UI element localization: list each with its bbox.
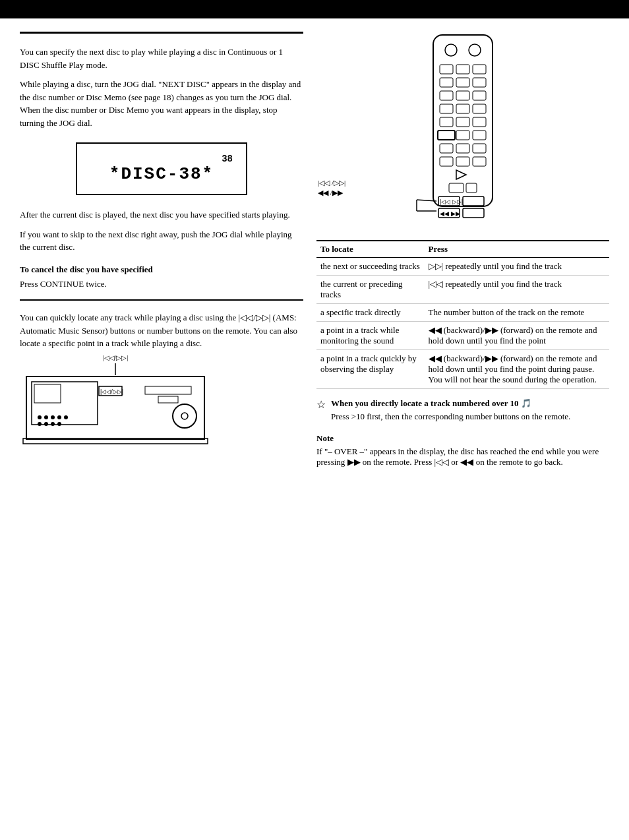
svg-rect-14 (158, 396, 178, 403)
table-row: the current or preceding tracks|◁◁ repea… (316, 276, 609, 304)
remote-ams-label: |◁◁ /▷▷| ◀◀ /▶▶ (318, 178, 345, 198)
svg-rect-54 (463, 208, 484, 218)
table-row: a point in a track quickly by observing … (316, 350, 609, 389)
device-illustration: |◁◁/▷▷| (20, 363, 303, 452)
right-column: |◁◁ ▷▷| ◀◀ ▶▶ |◁◁ /▷▷| ◀◀ /▶▶ To locate (316, 32, 609, 467)
section2: You can quickly locate any track while p… (20, 311, 303, 350)
display-number: 38 (222, 154, 246, 164)
svg-point-6 (51, 415, 55, 419)
tip-icon-remote: 🎵 (521, 398, 531, 408)
tip-icon: ☆ (316, 398, 326, 411)
remote-svg: |◁◁ ▷▷| ◀◀ ▶▶ (397, 32, 529, 229)
tip-box: ☆ When you directly locate a track numbe… (316, 397, 609, 423)
display-main-text: *DISC-38* (109, 164, 214, 184)
locate-table: To locate Press the next or succeeding t… (316, 240, 609, 389)
press-cell: The number button of the track on the re… (425, 304, 609, 322)
section1-para1: You can specify the next disc to play wh… (20, 45, 303, 71)
press-cell: ◀◀ (backward)/▶▶ (forward) on the remote… (425, 322, 609, 350)
svg-text:|◁◁  ▷▷|: |◁◁ ▷▷| (440, 198, 463, 205)
svg-point-9 (38, 422, 42, 426)
section1-para4: If you want to skip to the next disc rig… (20, 228, 303, 254)
section1-para2: While playing a disc, turn the JOG dial.… (20, 78, 303, 129)
tip-title: When you directly locate a track numbere… (331, 398, 519, 408)
section1-para3: After the current disc is played, the ne… (20, 208, 303, 222)
svg-rect-13 (145, 386, 191, 394)
svg-point-10 (44, 422, 48, 426)
locate-cell: a point in a track quickly by observing … (316, 350, 425, 389)
svg-text:|◁◁/▷▷|: |◁◁/▷▷| (100, 388, 123, 395)
locate-cell: the next or succeeding tracks (316, 258, 425, 276)
remote-illustration: |◁◁ ▷▷| ◀◀ ▶▶ |◁◁ /▷▷| ◀◀ /▶▶ (316, 32, 609, 229)
locate-cell: a point in a track while monitoring the … (316, 322, 425, 350)
press-cell: ◀◀ (backward)/▶▶ (forward) on the remote… (425, 350, 609, 389)
svg-point-5 (44, 415, 48, 419)
svg-point-8 (64, 415, 68, 419)
note-box: Note If "– OVER –" appears in the displa… (316, 433, 609, 467)
svg-point-16 (181, 413, 188, 419)
cancel-text: Press CONTINUE twice. (20, 278, 303, 291)
locate-cell: a specific track directly (316, 304, 425, 322)
cancel-section: To cancel the disc you have specified Pr… (20, 264, 303, 291)
svg-rect-20 (433, 35, 493, 206)
table-row: a specific track directlyThe number butt… (316, 304, 609, 322)
tip-body: Press >10 first, then the corresponding … (331, 411, 570, 421)
svg-point-15 (173, 404, 196, 428)
note-title: Note (316, 433, 609, 444)
svg-point-7 (57, 415, 61, 419)
left-column: You can specify the next disc to play wh… (20, 32, 303, 467)
top-bar (0, 0, 629, 18)
locate-cell: the current or preceding tracks (316, 276, 425, 304)
table-row: a point in a track while monitoring the … (316, 322, 609, 350)
disc-display: 38 *DISC-38* (76, 142, 247, 195)
svg-rect-3 (34, 384, 61, 403)
section1-header (20, 32, 303, 36)
table-header-col2: Press (425, 241, 609, 258)
svg-point-4 (38, 415, 42, 419)
cancel-label: To cancel the disc you have specified (20, 264, 303, 275)
section-divider (20, 299, 303, 301)
svg-point-12 (57, 422, 61, 426)
press-cell: ▷▷| repeatedly until you find the track (425, 258, 609, 276)
section2-para1: You can quickly locate any track while p… (20, 311, 303, 350)
table-header-col1: To locate (316, 241, 425, 258)
note-text: If "– OVER –" appears in the display, th… (316, 446, 609, 467)
table-row: the next or succeeding tracks▷▷| repeate… (316, 258, 609, 276)
svg-text:◀◀  ▶▶: ◀◀ ▶▶ (440, 210, 460, 217)
press-cell: |◁◁ repeatedly until you find the track (425, 276, 609, 304)
tip-text: When you directly locate a track numbere… (331, 397, 570, 423)
svg-point-11 (51, 422, 55, 426)
ams-label: |◁◁/▷▷| (103, 354, 129, 361)
device-svg: |◁◁/▷▷| (20, 363, 211, 449)
